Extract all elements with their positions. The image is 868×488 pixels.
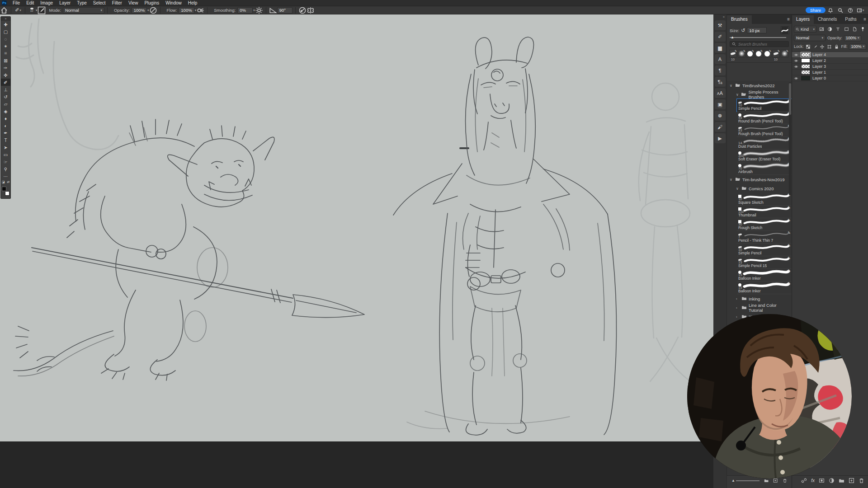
marquee-tool[interactable]: ▢ xyxy=(1,28,10,35)
foreground-color-swatch[interactable] xyxy=(2,187,6,191)
crop-tool[interactable]: ⌗ xyxy=(1,50,10,57)
brush-search-box[interactable] xyxy=(730,41,789,47)
filter-shape-layers-icon[interactable] xyxy=(843,26,849,33)
brush-folder[interactable]: ∨Tim-brushes-Nov2019 xyxy=(727,175,792,184)
visibility-eye-icon[interactable] xyxy=(793,76,799,80)
layer-thumbnail[interactable] xyxy=(801,70,810,75)
zoom-tool[interactable]: ⚲ xyxy=(1,165,10,173)
lock-all-padlock-icon[interactable] xyxy=(834,43,840,50)
tab-brushes[interactable]: Brushes xyxy=(727,15,752,24)
paragraph-panel-icon[interactable]: ¶ xyxy=(715,66,726,75)
brush-size-slider[interactable]: ▲ xyxy=(730,35,789,40)
layer-row[interactable]: Layer 3 xyxy=(792,64,868,70)
delete-layer-trash-icon[interactable] xyxy=(859,478,864,483)
lock-transparency-icon[interactable] xyxy=(806,43,811,50)
brush-entry[interactable]: ✎70Airbrush xyxy=(737,162,792,175)
chevron-down-icon[interactable]: ∨ xyxy=(730,84,733,88)
paragraph-styles-panel-icon[interactable]: ¶ₐ xyxy=(715,77,726,87)
layer-thumbnail[interactable] xyxy=(801,58,810,63)
brush-entry[interactable]: ✎15Balloon Inker xyxy=(737,269,792,282)
toolbar-collapse-handle[interactable]: » xyxy=(1,17,10,21)
pressure-opacity-icon[interactable] xyxy=(149,7,157,14)
brush-entry[interactable]: ✎15Simple Pencil 15 xyxy=(737,256,792,269)
character-panel-icon[interactable]: A xyxy=(715,54,726,64)
layer-name[interactable]: Layer 4 xyxy=(812,52,826,57)
histogram-panel-icon[interactable]: ▆ xyxy=(715,43,726,53)
workspace-switcher-icon[interactable]: ▾ xyxy=(856,7,865,14)
brush-preset-picker[interactable]: 10 xyxy=(28,8,35,13)
filter-pixel-layers-icon[interactable] xyxy=(818,26,825,33)
color-swatches[interactable] xyxy=(1,186,10,197)
search-brushes-input[interactable] xyxy=(737,42,783,47)
brush-size-input[interactable]: 10 px xyxy=(747,27,767,33)
delete-brush-trash-icon[interactable] xyxy=(783,478,787,483)
default-colors-controls[interactable]: ◪⇄ xyxy=(1,180,10,184)
flow-value[interactable]: 100% xyxy=(179,7,194,14)
hand-tool[interactable]: ☞ xyxy=(1,158,10,165)
paint-symmetry-icon[interactable] xyxy=(307,7,315,14)
filter-type-layers-icon[interactable] xyxy=(835,26,841,33)
add-layer-mask-icon[interactable] xyxy=(819,478,825,483)
blend-mode-dropdown[interactable]: Normal▾ xyxy=(63,7,104,14)
pressure-size-icon[interactable] xyxy=(298,7,307,14)
new-layer-icon[interactable] xyxy=(849,478,854,483)
brushes-scrollbar[interactable] xyxy=(789,82,791,195)
type-tool[interactable]: T xyxy=(1,136,10,144)
history-brush-tool[interactable]: ↺ xyxy=(1,93,10,100)
chevron-right-icon[interactable]: › xyxy=(736,306,740,310)
adjustments-panel-icon[interactable]: ☸ xyxy=(715,111,726,121)
tab-paths[interactable]: Paths xyxy=(841,15,861,24)
brush-folder[interactable]: ∨TimBrushes2022 xyxy=(727,81,792,90)
paint-bucket-tool[interactable]: ◈ xyxy=(1,108,10,115)
brush-preset-thumb[interactable]: 10✎ xyxy=(772,50,780,61)
menu-file[interactable]: File xyxy=(9,0,23,6)
smoothing-options-gear-icon[interactable] xyxy=(255,7,263,14)
swap-colors-icon[interactable]: ⇄ xyxy=(7,180,9,184)
filter-on-pin-icon[interactable] xyxy=(860,26,866,33)
menu-layer[interactable]: Layer xyxy=(56,0,74,6)
eyedropper-tool[interactable]: ✑ xyxy=(1,64,10,71)
frame-tool[interactable]: ⊠ xyxy=(1,57,10,64)
new-group-folder-icon[interactable] xyxy=(839,478,844,483)
chevron-down-icon[interactable]: ∨ xyxy=(736,187,740,191)
dock-collapse-handle[interactable]: » xyxy=(713,14,726,19)
lock-pixels-brush-icon[interactable] xyxy=(812,43,818,50)
search-icon[interactable] xyxy=(836,7,845,14)
airbrush-icon[interactable] xyxy=(196,7,204,14)
default-colors-icon[interactable]: ◪ xyxy=(2,180,5,184)
visibility-eye-icon[interactable] xyxy=(793,65,799,69)
magic-wand-tool[interactable]: ✶ xyxy=(1,42,10,50)
brush-angle-value[interactable]: 90° xyxy=(277,7,292,14)
new-brush-icon[interactable] xyxy=(773,478,778,483)
brush-preset-thumb[interactable]: ✎ xyxy=(763,50,771,61)
filter-smart-objects-icon[interactable] xyxy=(851,26,858,33)
new-adjustment-layer-icon[interactable] xyxy=(829,478,835,483)
brush-entry[interactable]: ✎15Balloon Inker xyxy=(737,282,792,294)
brush-preview-toggle[interactable] xyxy=(780,26,789,34)
layer-opacity-value[interactable]: 100%▾ xyxy=(844,35,861,41)
edit-toolbar[interactable]: ⋯ xyxy=(1,173,10,180)
brush-settings-panel-icon[interactable]: ✐ xyxy=(715,32,726,42)
move-tool[interactable]: ✚ xyxy=(1,21,10,28)
menu-window[interactable]: Window xyxy=(162,0,185,6)
panel-menu-icon[interactable]: ≡ xyxy=(863,17,866,22)
layer-row[interactable]: Layer 0 xyxy=(792,75,868,81)
layer-fill-value[interactable]: 100%▾ xyxy=(849,44,866,50)
layer-thumbnail[interactable] xyxy=(801,76,810,80)
menu-type[interactable]: Type xyxy=(74,0,90,6)
layer-name[interactable]: Layer 2 xyxy=(812,58,826,63)
slider-track[interactable] xyxy=(730,37,786,38)
brush-entry[interactable]: ✎100Thumbnail xyxy=(737,206,792,218)
filter-kind-dropdown[interactable]: Kind ▾ xyxy=(794,26,816,33)
menu-plugins[interactable]: Plugins xyxy=(141,0,162,6)
blur-tool[interactable]: ♦ xyxy=(1,115,10,122)
preview-size-slider[interactable]: ▲ xyxy=(731,479,760,483)
home-icon[interactable] xyxy=(0,7,8,14)
tab-channels[interactable]: Channels xyxy=(814,15,841,24)
clone-stamp-tool[interactable]: ⊥ xyxy=(1,86,10,93)
healing-brush-tool[interactable]: ✜ xyxy=(1,71,10,79)
brush-entry[interactable]: ✎45Round Brush (Pencil Tool) xyxy=(737,112,792,124)
link-layers-icon[interactable] xyxy=(801,478,807,483)
layer-name[interactable]: Layer 0 xyxy=(812,76,826,80)
layer-row[interactable]: Layer 1 xyxy=(792,70,868,75)
